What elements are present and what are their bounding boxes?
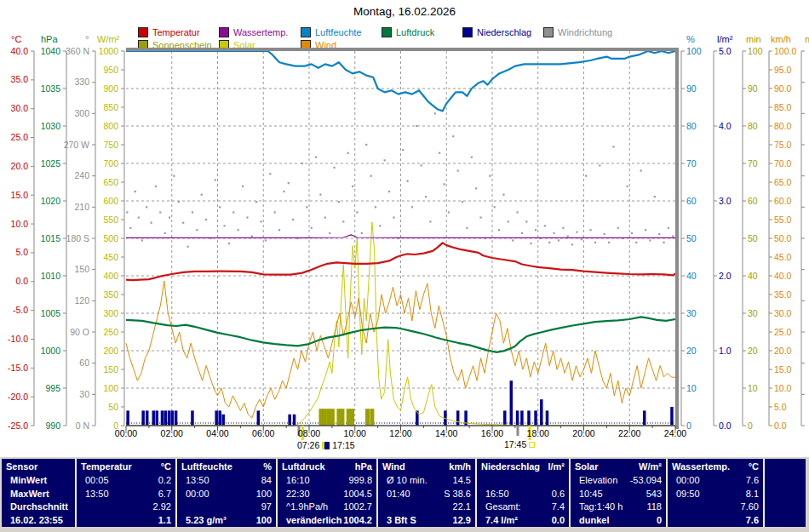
stats-row: Elevation-53.094 — [571, 474, 666, 488]
stats-row: Ø 10 min.14.5 — [378, 474, 475, 488]
stats-row — [765, 474, 806, 488]
weather-station-window: { "title": "Montag, 16.02.2026", "legend… — [0, 0, 809, 532]
stat-value: 14.5 — [453, 474, 471, 488]
row-label: Durchschnitt — [6, 501, 68, 514]
window-edge-strip — [806, 457, 809, 527]
stat-time: Elevation — [575, 474, 617, 488]
stats-row: 16:500.6 — [477, 488, 569, 501]
stat-value: 8.1 — [746, 488, 759, 501]
stats-row: 01:40S 38.6 — [378, 488, 475, 501]
stat-time: 13:50 — [181, 474, 209, 488]
stats-row: Durchschnitt — [2, 501, 75, 514]
stats-row: 00:00100 — [177, 488, 276, 501]
stat-time — [382, 501, 387, 514]
header-text: Niederschlag — [481, 460, 540, 474]
stat-value: 7.4 — [552, 501, 565, 514]
sunrise-time: 07:26 — [297, 440, 319, 450]
stat-value: 97 — [261, 501, 272, 514]
stat-time: Gesamt: — [481, 501, 521, 514]
stat-time: 01:40 — [382, 488, 410, 501]
stats-row: 16.02. 23:55 — [2, 514, 75, 528]
stat-time: dunkel — [575, 514, 609, 528]
stats-row: Gesamt:7.4 — [477, 501, 569, 514]
stat-time: 10:45 — [575, 488, 603, 501]
stat-value: 1002.7 — [343, 501, 372, 514]
stat-value: 7.6 — [746, 474, 759, 488]
header-text: Wind — [382, 460, 405, 474]
x-axis-tick-label: 20:00 — [565, 428, 603, 438]
stats-row: 22:301004.5 — [278, 488, 376, 501]
stat-value: S 38.6 — [444, 488, 471, 501]
stat-time — [769, 474, 773, 488]
x-axis-tick-label: 18:00 — [519, 428, 557, 438]
stat-value: 0 — [657, 514, 662, 528]
stat-time: 00:00 — [672, 474, 700, 488]
stats-column-wassertemp: Wassertemp.°C00:007.609:508.17.607.6 — [668, 459, 765, 527]
x-axis-tick-label: 02:00 — [153, 428, 191, 438]
sunset-time: 17:15 — [332, 440, 354, 450]
stats-column-temperatur: Temperatur°C00:050.213:506.72.921.1 — [77, 459, 177, 527]
x-axis-tick-label: 00:00 — [107, 428, 145, 438]
header-text: °C — [161, 460, 171, 474]
stats-column-spacer — [765, 459, 806, 527]
stats-row: 10:45543 — [571, 488, 666, 501]
stat-value: 1004.2 — [343, 514, 372, 528]
dusk-time: 17:45 — [504, 439, 526, 449]
header-text: Temperatur — [81, 460, 132, 474]
stats-column-luftfeuchte: Luftfeuchte%13:508400:00100975.23 g/m³10… — [177, 459, 278, 527]
stats-row: 7.4 l/m²0.0 — [477, 514, 569, 528]
stat-value: -53.094 — [630, 474, 662, 488]
stat-value: 84 — [261, 474, 272, 488]
x-axis-tick-label: 14:00 — [427, 428, 465, 438]
stats-row: veränderlich1004.2 — [278, 514, 376, 528]
stat-value: 12.9 — [453, 514, 471, 528]
stat-value: 999.8 — [348, 474, 372, 488]
stats-row: 09:508.1 — [668, 488, 763, 501]
row-label: MinWert — [6, 474, 47, 488]
stats-row: 3 Bft S12.9 — [378, 514, 475, 528]
stat-time: ^1.9hPa/h — [282, 501, 328, 514]
stat-time — [81, 501, 85, 514]
row-label: MaxWert — [6, 488, 49, 501]
header-text: °C — [749, 460, 759, 474]
stat-time: 09:50 — [672, 488, 700, 501]
stats-row: 7.6 — [668, 514, 763, 528]
stats-row: 5.23 g/m³100 — [177, 514, 276, 528]
x-axis-tick-label: 06:00 — [244, 428, 282, 438]
stats-row: MaxWert — [2, 488, 75, 501]
stats-column-niederschlag: Niederschlagl/m²16:500.6Gesamt:7.47.4 l/… — [477, 459, 571, 527]
stat-time — [769, 501, 773, 514]
header-text: % — [263, 460, 272, 474]
stats-column-header: Luftfeuchte% — [177, 460, 276, 474]
stat-value: 6.7 — [158, 488, 171, 501]
stats-row: 97 — [177, 501, 276, 514]
stat-time: 13:50 — [81, 488, 109, 501]
stats-row — [765, 514, 806, 528]
stats-row: 2.92 — [77, 501, 175, 514]
stat-time: 22:30 — [282, 488, 310, 501]
dusk-annotation: 17:45 — [504, 439, 535, 449]
stats-row: 1.1 — [77, 514, 175, 528]
header-text: W/m² — [639, 460, 662, 474]
stats-row: 7.60 — [668, 501, 763, 514]
stats-row: 13:506.7 — [77, 488, 175, 501]
stats-column-header: LuftdruckhPa — [278, 460, 376, 474]
stat-value: 7.6 — [746, 514, 759, 528]
stats-row: ^1.9hPa/h1002.7 — [278, 501, 376, 514]
header-text: Solar — [575, 460, 599, 474]
stat-value: 0.6 — [552, 488, 565, 501]
stats-row — [765, 501, 806, 514]
stats-row: dunkel0 — [571, 514, 666, 528]
stats-row — [765, 488, 806, 501]
stat-time: 5.23 g/m³ — [181, 514, 227, 528]
stats-column-solar: SolarW/m²Elevation-53.09410:45543Tag:1:4… — [571, 459, 668, 527]
x-axis-tick-label: 12:00 — [382, 428, 420, 438]
stat-time — [181, 501, 186, 514]
stats-column-sensor: SensorMinWertMaxWertDurchschnitt16.02. 2… — [2, 459, 77, 527]
stat-value: 0.0 — [552, 514, 565, 528]
stats-table: SensorMinWertMaxWertDurchschnitt16.02. 2… — [0, 457, 806, 527]
stat-time: 00:05 — [81, 474, 109, 488]
stats-row: 00:007.6 — [668, 474, 763, 488]
stat-time: 3 Bft S — [382, 514, 416, 528]
x-axis-tick-label: 04:00 — [199, 428, 237, 438]
